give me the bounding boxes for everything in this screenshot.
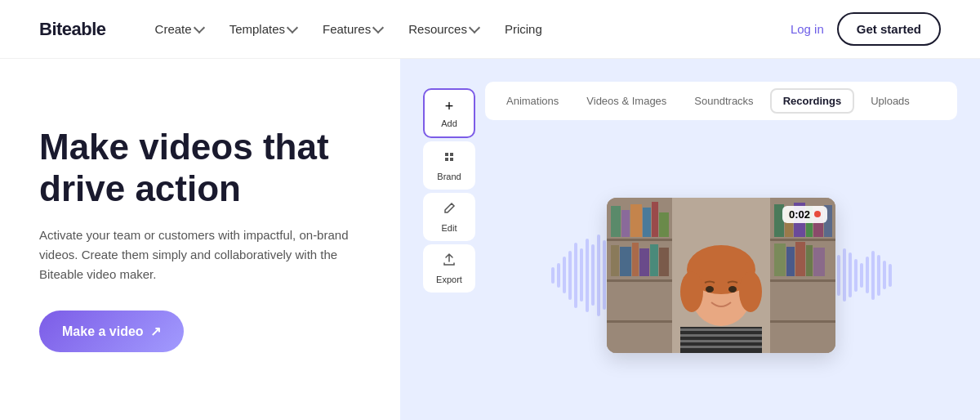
login-button[interactable]: Log in	[791, 22, 824, 36]
nav-item-pricing[interactable]: Pricing	[495, 16, 552, 42]
wave-bar	[866, 257, 869, 293]
svg-rect-13	[632, 243, 639, 276]
nav-create-label: Create	[155, 22, 192, 36]
tab-uploads[interactable]: Uploads	[859, 90, 921, 112]
brand-logo[interactable]: Biteable	[39, 19, 106, 40]
tab-animations[interactable]: Animations	[495, 90, 570, 112]
svg-rect-19	[770, 279, 835, 282]
wave-bar	[849, 252, 852, 297]
recording-dot-icon	[814, 211, 821, 217]
svg-rect-11	[611, 245, 619, 276]
chevron-down-icon	[372, 22, 384, 34]
nav-item-create[interactable]: Create	[145, 16, 213, 42]
svg-rect-6	[621, 210, 630, 237]
right-panel: + Add Brand	[400, 59, 980, 420]
wave-bar	[883, 261, 886, 289]
cta-label: Make a video	[62, 324, 144, 339]
wave-bar	[854, 259, 858, 292]
svg-rect-2	[607, 239, 672, 241]
nav-item-features[interactable]: Features	[313, 16, 392, 42]
main-content: Make videos that drive action Activate y…	[0, 59, 980, 420]
tool-edit-label: Edit	[442, 223, 457, 233]
svg-point-42	[728, 286, 737, 293]
wave-bar	[568, 251, 572, 300]
nav-features-label: Features	[323, 22, 371, 36]
wave-bar	[551, 267, 555, 284]
svg-rect-7	[630, 204, 642, 237]
svg-rect-15	[650, 244, 658, 276]
svg-rect-14	[639, 248, 649, 276]
tool-brand[interactable]: Brand	[423, 141, 475, 190]
svg-rect-27	[774, 244, 786, 276]
chevron-down-icon	[194, 22, 205, 34]
tab-recordings[interactable]: Recordings	[770, 88, 855, 114]
tab-bar: Animations Videos & Images Soundtracks R…	[485, 82, 957, 120]
tool-brand-label: Brand	[437, 172, 461, 181]
cta-button[interactable]: Make a video ↗	[39, 311, 184, 352]
video-timer: 0:02	[782, 206, 827, 223]
content-area: Animations Videos & Images Soundtracks R…	[485, 82, 957, 420]
svg-rect-16	[659, 248, 669, 276]
svg-rect-10	[659, 212, 669, 237]
wave-bar	[837, 255, 840, 296]
tool-export-label: Export	[436, 275, 462, 284]
nav-resources-label: Resources	[408, 22, 467, 36]
nav-item-resources[interactable]: Resources	[399, 16, 488, 42]
hero-title: Make videos that drive action	[39, 127, 361, 209]
svg-rect-44	[680, 328, 762, 331]
tab-soundtracks[interactable]: Soundtracks	[683, 90, 764, 112]
wave-bar	[843, 248, 846, 302]
wave-bar	[871, 251, 875, 300]
tool-add[interactable]: + Add	[423, 88, 475, 138]
svg-rect-8	[643, 208, 651, 237]
svg-point-39	[680, 271, 703, 312]
tool-export[interactable]: Export	[423, 244, 475, 293]
svg-rect-46	[680, 340, 762, 342]
video-preview: 0:02	[607, 198, 835, 353]
nav-pricing-label: Pricing	[505, 22, 542, 36]
get-started-button[interactable]: Get started	[837, 12, 941, 46]
wave-bar	[586, 239, 589, 312]
timer-value: 0:02	[789, 208, 810, 221]
navbar: Biteable Create Templates Features Resou…	[0, 0, 980, 59]
recording-area: 0:02	[485, 130, 957, 420]
edit-icon	[442, 201, 457, 220]
wave-bar	[563, 257, 566, 293]
tab-videos-images[interactable]: Videos & Images	[575, 90, 678, 112]
svg-rect-5	[611, 206, 621, 237]
svg-rect-18	[770, 239, 835, 241]
hero-section: Make videos that drive action Activate y…	[0, 59, 400, 420]
wave-bar	[889, 264, 892, 287]
svg-rect-3	[607, 279, 672, 282]
hero-subtitle: Activate your team or customers with imp…	[39, 226, 350, 284]
nav-links: Create Templates Features Resources Pric…	[145, 16, 791, 42]
nav-item-templates[interactable]: Templates	[220, 16, 306, 42]
sidebar-tools: + Add Brand	[423, 82, 475, 420]
chevron-down-icon	[469, 22, 480, 34]
svg-rect-31	[813, 248, 825, 276]
editor-container: + Add Brand	[423, 82, 957, 420]
svg-rect-20	[770, 320, 835, 323]
wave-bar	[557, 263, 560, 288]
arrow-icon: ↗	[150, 324, 161, 339]
nav-templates-label: Templates	[229, 22, 285, 36]
svg-rect-30	[806, 245, 813, 276]
svg-point-40	[739, 271, 762, 312]
tool-add-label: Add	[441, 118, 457, 128]
svg-rect-29	[795, 242, 805, 276]
wave-bar	[597, 235, 600, 316]
brand-icon	[442, 150, 457, 168]
svg-rect-47	[680, 346, 762, 348]
wave-bar	[603, 240, 606, 310]
svg-rect-28	[786, 247, 795, 276]
plus-icon: +	[445, 98, 454, 115]
svg-rect-9	[652, 202, 658, 237]
tool-edit[interactable]: Edit	[423, 193, 475, 241]
wave-bar	[860, 263, 863, 288]
svg-point-41	[706, 286, 714, 293]
wave-bar	[877, 255, 880, 296]
svg-rect-45	[680, 334, 762, 337]
nav-right: Log in Get started	[791, 12, 941, 46]
wave-bar	[580, 248, 583, 302]
wave-bar	[574, 243, 577, 308]
